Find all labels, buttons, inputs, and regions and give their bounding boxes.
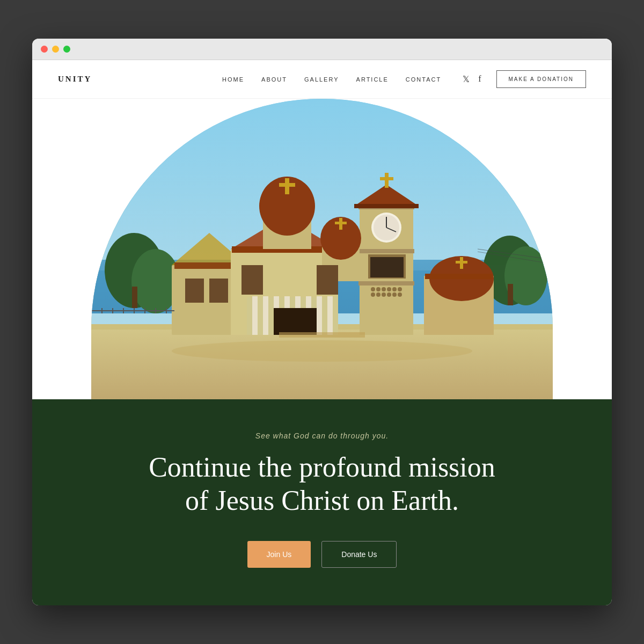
nav-links: HOME ABOUT GALLERY ARTICLE CONTACT [222, 74, 441, 84]
nav-article[interactable]: ARTICLE [356, 76, 389, 83]
svg-point-34 [376, 292, 380, 297]
svg-rect-23 [358, 249, 414, 253]
svg-point-30 [387, 287, 391, 291]
svg-rect-73 [279, 332, 365, 338]
svg-rect-24 [358, 281, 414, 286]
svg-rect-55 [456, 261, 467, 264]
svg-rect-50 [335, 222, 347, 224]
content-heading: Continue the profound mission of Jesus C… [134, 451, 510, 518]
svg-point-35 [382, 292, 386, 297]
content-subtitle: See what God can do through you. [54, 431, 590, 440]
twitter-icon[interactable]: 𝕏 [463, 74, 470, 84]
nav-about[interactable]: ABOUT [261, 76, 287, 83]
svg-rect-53 [425, 274, 493, 279]
maximize-dot[interactable] [63, 46, 70, 53]
hero-section [32, 99, 612, 399]
close-dot[interactable] [41, 46, 48, 53]
svg-rect-26 [370, 257, 404, 277]
svg-rect-69 [209, 279, 228, 303]
svg-point-33 [371, 292, 375, 297]
svg-rect-68 [185, 279, 204, 303]
svg-point-37 [392, 292, 397, 297]
hero-circle [91, 99, 553, 399]
make-donation-button[interactable]: MAKE A DONATION [496, 70, 587, 88]
donate-us-button[interactable]: Donate Us [321, 541, 397, 568]
nav-contact[interactable]: CONTACT [406, 76, 441, 83]
nav-home[interactable]: HOME [222, 76, 244, 83]
browser-chrome [32, 39, 612, 60]
svg-rect-65 [274, 308, 317, 335]
svg-rect-57 [252, 296, 258, 335]
nav-gallery[interactable]: GALLERY [304, 76, 339, 83]
content-buttons: Join Us Donate Us [54, 541, 590, 568]
svg-point-27 [371, 287, 375, 291]
svg-point-38 [398, 292, 402, 297]
svg-rect-5 [132, 287, 137, 308]
church-illustration [91, 99, 553, 399]
svg-rect-44 [354, 204, 419, 208]
svg-rect-67 [317, 265, 338, 295]
svg-rect-63 [317, 296, 322, 335]
svg-rect-66 [241, 265, 263, 295]
navbar: UNITY HOME ABOUT GALLERY ARTICLE CONTACT… [32, 60, 612, 99]
site-logo[interactable]: UNITY [58, 75, 92, 84]
minimize-dot[interactable] [52, 46, 59, 53]
svg-point-31 [392, 287, 397, 291]
facebook-icon[interactable]: f [478, 74, 481, 84]
svg-rect-58 [263, 296, 268, 335]
svg-point-28 [376, 287, 380, 291]
svg-rect-46 [380, 177, 393, 180]
svg-rect-64 [327, 296, 333, 335]
browser-window: UNITY HOME ABOUT GALLERY ARTICLE CONTACT… [32, 39, 612, 606]
svg-point-32 [398, 287, 402, 291]
nav-social: 𝕏 f [463, 74, 481, 84]
svg-rect-20 [279, 183, 295, 187]
svg-point-72 [172, 340, 472, 362]
content-section: See what God can do through you. Continu… [32, 399, 612, 606]
hero-image [91, 99, 553, 399]
join-us-button[interactable]: Join Us [247, 541, 311, 568]
svg-point-29 [382, 287, 386, 291]
svg-rect-8 [508, 284, 513, 305]
svg-point-36 [387, 292, 391, 297]
